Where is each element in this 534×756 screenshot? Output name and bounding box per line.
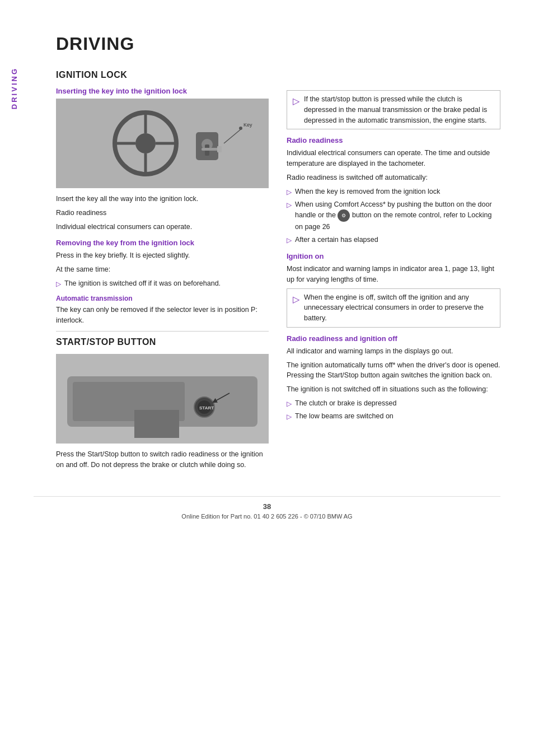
start-stop-image: START [56, 354, 269, 444]
ignition-on-note-box: ▷ When the engine is off, switch off the… [287, 288, 500, 328]
ignition-on-note: When the engine is off, switch off the i… [304, 292, 494, 324]
bullet-arrow-icon-2: ▷ [287, 200, 292, 210]
page-footer: 38 Online Edition for Part no. 01 40 2 6… [34, 496, 500, 520]
left-column: IGNITION LOCK Inserting the key into the… [56, 70, 269, 474]
ignition-on-heading: Ignition on [287, 252, 500, 260]
note-start-stop-text: If the start/stop button is pressed whil… [304, 94, 494, 125]
ignition-off-bullet-2: ▷ The low beams are switched on [287, 411, 500, 422]
ignition-on-text: Most indicator and warning lamps in indi… [287, 264, 500, 285]
section-divider [56, 331, 269, 332]
svg-text:START: START [199, 405, 214, 410]
sidebar-label: DRIVING [10, 67, 18, 109]
svg-point-2 [135, 133, 156, 153]
radio-readiness-intro: Individual electrical consumers can oper… [287, 148, 500, 169]
radio-ignition-off-para2: The ignition automatically turns off* wh… [287, 360, 500, 381]
removing-key-bullet-1: ▷ The ignition is switched off if it was… [56, 278, 269, 289]
radio-ignition-off-heading: Radio readiness and ignition off [287, 334, 500, 343]
automatic-transmission-heading: Automatic transmission [56, 295, 269, 302]
page: DRIVING DRIVING IGNITION LOCK Inserting … [0, 0, 534, 756]
bullet-arrow-icon-3: ▷ [287, 235, 292, 245]
radio-readiness-bullet-2: ▷ When using Comfort Access* by pushing … [287, 199, 500, 233]
radio-readiness-bullets: ▷ When the key is removed from the ignit… [287, 186, 500, 246]
start-stop-description: Press the Start/Stop button to switch ra… [56, 449, 269, 470]
svg-rect-10 [202, 148, 218, 151]
main-content: IGNITION LOCK Inserting the key into the… [56, 70, 500, 474]
svg-rect-11 [217, 146, 222, 152]
radio-readiness-label: Radio readiness [56, 208, 269, 218]
radio-ignition-off-para3: The ignition is not switched off in situ… [287, 384, 500, 395]
automatic-transmission-text: The key can only be removed if the selec… [56, 305, 269, 326]
ignition-lock-image: Key [56, 99, 269, 188]
remote-control-icon: ⚙ [338, 209, 350, 222]
start-stop-note-box: ▷ If the start/stop button is pressed wh… [287, 90, 500, 129]
radio-readiness-switched-off: Radio readiness is switched off automati… [287, 172, 500, 183]
bullet-arrow-icon-1: ▷ [287, 187, 292, 197]
bullet-arrow-icon: ▷ [56, 279, 61, 289]
page-title: DRIVING [56, 34, 500, 54]
ignition-lock-title: IGNITION LOCK [56, 70, 269, 80]
radio-readiness-text: Individual electrical consumers can oper… [56, 222, 269, 232]
inserting-key-heading: Inserting the key into the ignition lock [56, 87, 269, 95]
start-stop-title: START/STOP BUTTON [56, 337, 269, 347]
ignition-off-bullet-1: ▷ The clutch or brake is depressed [287, 398, 500, 409]
radio-ignition-off-para1: All indicator and warning lamps in the d… [287, 346, 500, 357]
radio-readiness-bullet-1: ▷ When the key is removed from the ignit… [287, 186, 500, 197]
same-time-label: At the same time: [56, 264, 269, 275]
insert-text: Insert the key all the way into the igni… [56, 194, 269, 204]
removing-key-bullets: ▷ The ignition is switched off if it was… [56, 278, 269, 289]
footer-copyright: Online Edition for Part no. 01 40 2 605 … [181, 513, 352, 520]
radio-readiness-bullet-3: ▷ After a certain has elapsed [287, 235, 500, 245]
svg-rect-18 [134, 410, 179, 438]
page-number: 38 [34, 502, 500, 511]
removing-key-heading: Removing the key from the ignition lock [56, 239, 269, 247]
svg-point-13 [239, 127, 242, 130]
ignition-off-bullets: ▷ The clutch or brake is depressed ▷ The… [287, 398, 500, 422]
press-text: Press in the key briefly. It is ejected … [56, 250, 269, 261]
right-column: ▷ If the start/stop button is pressed wh… [287, 70, 500, 474]
radio-readiness-heading: Radio readiness [287, 136, 500, 144]
ignition-note-arrow-icon: ▷ [293, 293, 299, 306]
note-arrow-icon: ▷ [293, 95, 299, 108]
bullet-arrow-icon-4: ▷ [287, 399, 292, 409]
bullet-arrow-icon-5: ▷ [287, 412, 292, 422]
svg-text:Key: Key [243, 122, 252, 128]
